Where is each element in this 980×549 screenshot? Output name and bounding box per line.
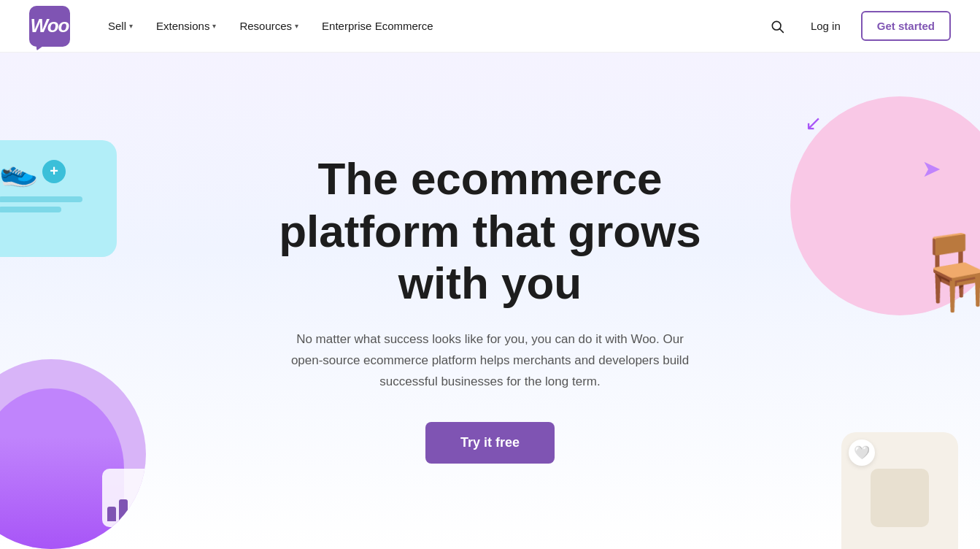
card-line-2 bbox=[0, 207, 61, 212]
login-link[interactable]: Log in bbox=[802, 14, 849, 38]
sell-chevron-icon: ▾ bbox=[129, 22, 133, 30]
shoe-area: 👟 + bbox=[0, 153, 66, 189]
heart-badge: 🤍 bbox=[849, 439, 875, 466]
hero-subtitle: No matter what success looks like for yo… bbox=[286, 329, 695, 393]
left-circle-decoration: ↗ bbox=[0, 359, 146, 549]
hero-section: 👟 + ↗ ↙ ➤ 🪑 🤍 bbox=[0, 53, 980, 549]
nav-extensions[interactable]: Extensions ▾ bbox=[147, 14, 225, 38]
hero-title: The ecommerce platform that grows with y… bbox=[235, 153, 746, 309]
chart-bars bbox=[107, 485, 146, 521]
add-icon: + bbox=[42, 160, 66, 183]
bar-2 bbox=[119, 499, 128, 521]
bar-3 bbox=[131, 505, 139, 521]
get-started-button[interactable]: Get started bbox=[861, 11, 951, 41]
right-top-decoration: ↙ ➤ 🪑 bbox=[776, 96, 980, 374]
search-icon bbox=[770, 19, 784, 34]
hero-content: The ecommerce platform that grows with y… bbox=[235, 153, 746, 464]
nav-links: Sell ▾ Extensions ▾ Resources ▾ Enterpri… bbox=[99, 14, 764, 38]
product-block bbox=[871, 469, 929, 527]
navigation: Woo Sell ▾ Extensions ▾ Resources ▾ Ente… bbox=[0, 0, 980, 53]
extensions-chevron-icon: ▾ bbox=[212, 22, 216, 30]
bar-1 bbox=[107, 507, 116, 521]
nav-resources[interactable]: Resources ▾ bbox=[231, 14, 307, 38]
svg-line-1 bbox=[780, 28, 784, 32]
card-line-1 bbox=[0, 196, 82, 202]
paper-plane-icon: ➤ bbox=[922, 155, 951, 184]
pink-circle: ↙ ➤ 🪑 bbox=[790, 96, 980, 315]
shoe-icon: 👟 bbox=[0, 150, 39, 192]
left-product-card: 👟 + bbox=[0, 140, 117, 257]
card-lines bbox=[0, 196, 104, 212]
nav-sell[interactable]: Sell ▾ bbox=[99, 14, 142, 38]
chart-card: ↗ bbox=[102, 469, 146, 527]
bar-4 bbox=[142, 492, 146, 521]
right-product-card: 🤍 bbox=[841, 432, 958, 549]
nav-actions: Log in Get started bbox=[764, 11, 951, 41]
curve-arrow-icon: ↙ bbox=[805, 111, 822, 135]
search-button[interactable] bbox=[764, 13, 790, 39]
logo-text: Woo bbox=[31, 15, 69, 37]
nav-enterprise[interactable]: Enterprise Ecommerce bbox=[313, 14, 442, 38]
chair-icon: 🪑 bbox=[911, 229, 980, 315]
resources-chevron-icon: ▾ bbox=[295, 22, 298, 30]
try-free-button[interactable]: Try it free bbox=[425, 422, 555, 464]
logo[interactable]: Woo bbox=[29, 6, 70, 47]
